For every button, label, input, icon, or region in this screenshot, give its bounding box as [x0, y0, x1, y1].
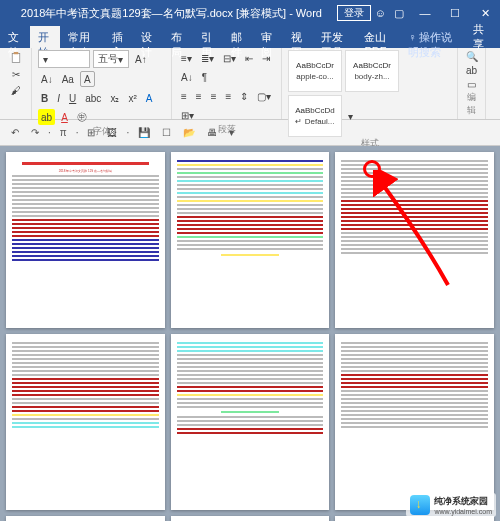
style-item-1[interactable]: AaBbCcDr apple-co... — [288, 50, 342, 92]
tab-wpspdf[interactable]: 金山PDF — [356, 26, 400, 48]
strike-icon[interactable]: abc — [82, 90, 104, 106]
page-thumb-3[interactable] — [335, 152, 494, 328]
page-thumb-6[interactable] — [335, 334, 494, 510]
page-thumb-1[interactable]: 2018 年中考语文真题 129 套—名句默写 — [6, 152, 165, 328]
replace-icon[interactable]: ab — [464, 64, 479, 78]
cut-icon[interactable]: ✂ — [6, 66, 25, 82]
style-item-3[interactable]: AaBbCcDd ↵ Defaul... — [288, 95, 342, 137]
document-area[interactable]: 2018 年中考语文真题 129 套—名句默写 — [0, 146, 500, 521]
align-left-icon[interactable]: ≡ — [178, 88, 190, 104]
page-thumb-7[interactable] — [6, 516, 165, 521]
page-thumb-5[interactable] — [171, 334, 330, 510]
watermark: 纯净系统家园 www.yidaimei.com — [406, 493, 496, 517]
watermark-line2: www.yidaimei.com — [434, 508, 492, 515]
justify-icon[interactable]: ≡ — [223, 88, 235, 104]
qat-save-icon[interactable]: 💾 — [135, 125, 153, 141]
qat-table-icon[interactable]: ⊞ — [84, 125, 98, 141]
numbering-icon[interactable]: ≣▾ — [198, 50, 217, 66]
page-thumb-8[interactable] — [171, 516, 330, 521]
svg-rect-1 — [13, 52, 18, 54]
group-editing: 编辑 — [464, 91, 479, 119]
qat-print-icon[interactable]: 🖶 — [204, 125, 220, 141]
borders-icon[interactable]: ⊞▾ — [178, 107, 197, 123]
minimize-button[interactable]: — — [410, 0, 440, 26]
font-color-icon[interactable]: A — [58, 109, 71, 125]
italic-icon[interactable]: I — [54, 90, 63, 106]
svg-rect-0 — [12, 54, 20, 63]
subscript-icon[interactable]: x₂ — [107, 90, 122, 106]
grow-font-icon[interactable]: A↑ — [132, 51, 150, 67]
window-title: 2018年中考语文真题129套—名句默写.docx [兼容模式] - Word — [6, 6, 337, 21]
ribbon-opts-icon[interactable]: ▢ — [394, 7, 404, 20]
page1-title — [22, 162, 149, 165]
tell-me[interactable]: ♀ 操作说明搜索 — [400, 26, 465, 48]
tab-home[interactable]: 开始 — [30, 26, 60, 48]
tab-mailings[interactable]: 邮件 — [223, 26, 253, 48]
select-icon[interactable]: ▭ — [464, 77, 479, 91]
watermark-logo-icon — [410, 495, 430, 515]
tab-file[interactable]: 文件 — [0, 26, 30, 48]
tab-references[interactable]: 引用 — [193, 26, 223, 48]
line-spacing-icon[interactable]: ⇕ — [237, 88, 251, 104]
format-painter-icon[interactable]: 🖌 — [6, 82, 25, 98]
align-center-icon[interactable]: ≡ — [193, 88, 205, 104]
enclose-icon[interactable]: ㊥ — [74, 109, 90, 125]
shading-icon[interactable]: ▢▾ — [254, 88, 274, 104]
multilevel-icon[interactable]: ⊟▾ — [220, 50, 239, 66]
page-thumb-4[interactable] — [6, 334, 165, 510]
tab-devtools[interactable]: 开发工具 — [313, 26, 357, 48]
find-icon[interactable]: 🔍 — [464, 50, 479, 64]
sort-icon[interactable]: A↓ — [178, 69, 196, 85]
tab-common[interactable]: 常用命令 — [60, 26, 104, 48]
showmarks-icon[interactable]: ¶ — [199, 69, 210, 85]
style-item-2[interactable]: AaBbCcDr body-zh... — [345, 50, 399, 92]
indent-inc-icon[interactable]: ⇥ — [259, 50, 273, 66]
highlight-icon[interactable]: ab — [38, 109, 55, 125]
title-bar: 2018年中考语文真题129套—名句默写.docx [兼容模式] - Word … — [0, 0, 500, 26]
bullets-icon[interactable]: ≡▾ — [178, 50, 195, 66]
qat-more-icon[interactable]: ▾ — [226, 125, 237, 141]
ribbon-tabs: 文件 开始 常用命令 插入 设计 布局 引用 邮件 审阅 视图 开发工具 金山P… — [0, 26, 500, 48]
qat-open-icon[interactable]: 📂 — [180, 125, 198, 141]
change-case-icon[interactable]: Aa — [59, 71, 77, 87]
login-button[interactable]: 登录 — [337, 5, 371, 21]
clear-format-icon[interactable]: A — [80, 71, 95, 87]
bold-icon[interactable]: B — [38, 90, 51, 106]
superscript-icon[interactable]: x² — [125, 90, 139, 106]
align-right-icon[interactable]: ≡ — [208, 88, 220, 104]
shrink-font-icon[interactable]: A↓ — [38, 71, 56, 87]
qat-picture-icon[interactable]: 🖼 — [104, 125, 120, 141]
ribbon: ✂ 🖌 ▾ 五号▾ A↑ A↓ Aa A B I U abc x₂ x² A a… — [0, 48, 500, 120]
font-family-select[interactable]: ▾ — [38, 50, 90, 68]
qat-equation-icon[interactable]: π — [57, 125, 70, 141]
qat-new-icon[interactable]: ☐ — [159, 125, 174, 141]
tab-insert[interactable]: 插入 — [104, 26, 134, 48]
watermark-line1: 纯净系统家园 — [434, 495, 492, 508]
text-effects-icon[interactable]: A — [143, 90, 156, 106]
qat-redo-icon[interactable]: ↷ — [28, 125, 42, 141]
qat-undo-icon[interactable]: ↶ — [8, 125, 22, 141]
tab-layout[interactable]: 布局 — [163, 26, 193, 48]
group-clipboard — [6, 117, 25, 119]
face-icon[interactable]: ☺ — [375, 7, 386, 20]
indent-dec-icon[interactable]: ⇤ — [242, 50, 256, 66]
tab-view[interactable]: 视图 — [283, 26, 313, 48]
styles-more-icon[interactable]: ▾ — [345, 108, 356, 124]
tab-design[interactable]: 设计 — [133, 26, 163, 48]
paste-button[interactable] — [6, 50, 25, 66]
font-size-select[interactable]: 五号▾ — [93, 50, 129, 68]
page-thumb-2[interactable] — [171, 152, 330, 328]
tab-review[interactable]: 审阅 — [253, 26, 283, 48]
underline-icon[interactable]: U — [66, 90, 79, 106]
